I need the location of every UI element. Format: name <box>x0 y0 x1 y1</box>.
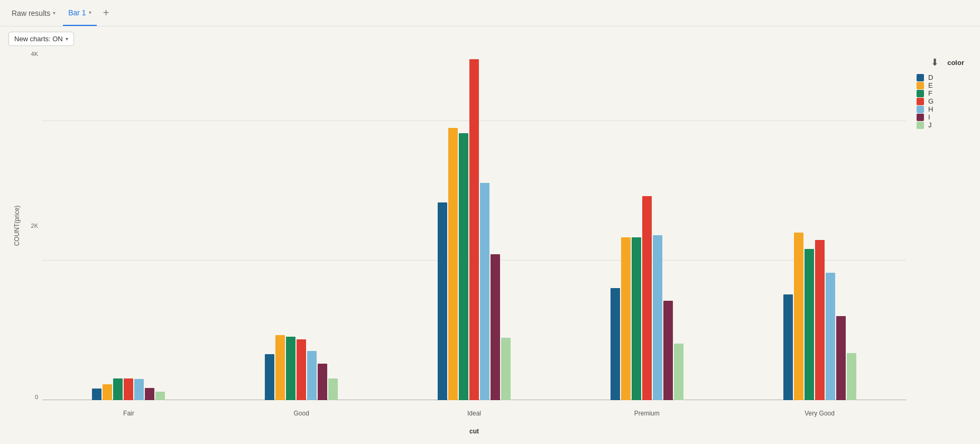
legend-label-G: G <box>928 97 933 105</box>
legend-swatch-G <box>917 98 924 105</box>
bar-fair-G <box>124 378 133 400</box>
bars-row <box>778 51 862 400</box>
group-fair: Fair <box>42 51 215 400</box>
groups: FairGoodIdealPremiumVery Good <box>42 51 906 400</box>
tab-raw-results[interactable]: Raw results ▾ <box>6 0 61 26</box>
bar-very-good-F <box>805 249 814 400</box>
bar-very-good-G <box>815 240 825 400</box>
bar-ideal-H <box>480 183 489 400</box>
legend-items: DEFGHIJ <box>917 73 964 129</box>
bar-premium-J <box>674 344 683 400</box>
bar-very-good-H <box>826 273 835 400</box>
bars-row <box>432 51 516 400</box>
y-label-4k: 4K <box>31 51 38 57</box>
legend-item-F: F <box>917 89 964 97</box>
toolbar: New charts: ON ▾ <box>0 26 980 51</box>
legend-swatch-D <box>917 74 924 81</box>
bar-good-H <box>307 351 317 400</box>
bar-fair-F <box>113 378 123 400</box>
bar-premium-H <box>653 235 662 400</box>
new-charts-label: New charts: ON <box>14 35 63 43</box>
legend-label-H: H <box>928 105 933 113</box>
legend-label-F: F <box>928 89 932 97</box>
tab-raw-results-chevron[interactable]: ▾ <box>53 10 56 16</box>
bar-very-good-D <box>783 294 793 400</box>
bar-fair-D <box>92 388 101 400</box>
bar-fair-J <box>155 392 165 400</box>
bar-ideal-F <box>459 133 468 400</box>
group-label-very-good: Very Good <box>805 410 835 417</box>
bar-good-E <box>275 335 285 400</box>
group-very-good: Very Good <box>733 51 906 400</box>
bar-ideal-J <box>501 338 511 400</box>
chart-main: COUNT(price) 4K 2K 0 FairGoodIdealPremiu… <box>11 51 906 437</box>
legend-item-D: D <box>917 73 964 81</box>
group-label-premium: Premium <box>634 410 660 417</box>
bar-good-F <box>286 337 295 400</box>
bar-ideal-E <box>448 128 458 400</box>
bar-fair-E <box>103 384 112 400</box>
group-label-ideal: Ideal <box>467 410 481 417</box>
legend-swatch-J <box>917 122 924 129</box>
tab-bar1-label: Bar 1 <box>68 8 86 17</box>
bar-very-good-J <box>847 353 856 400</box>
bar-very-good-I <box>836 316 846 400</box>
group-label-fair: Fair <box>123 410 134 417</box>
bar-premium-E <box>621 237 631 400</box>
bars-row <box>87 51 170 400</box>
new-charts-chevron: ▾ <box>66 36 68 42</box>
group-premium: Premium <box>560 51 733 400</box>
bar-ideal-G <box>469 59 479 400</box>
y-label-2k: 2K <box>31 223 38 229</box>
legend-item-I: I <box>917 113 964 121</box>
tab-bar: Raw results ▾ Bar 1 ▾ + <box>0 0 980 26</box>
group-ideal: Ideal <box>388 51 561 400</box>
bar-good-G <box>297 339 306 400</box>
legend-swatch-E <box>917 82 924 89</box>
bar-good-I <box>318 364 327 400</box>
group-label-good: Good <box>294 410 309 417</box>
y-axis: 4K 2K 0 <box>11 51 42 400</box>
legend-item-G: G <box>917 97 964 105</box>
legend-label-D: D <box>928 73 933 81</box>
new-charts-button[interactable]: New charts: ON ▾ <box>8 32 74 46</box>
bars-row <box>260 51 343 400</box>
group-good: Good <box>215 51 388 400</box>
legend-item-H: H <box>917 105 964 113</box>
bar-good-J <box>328 378 338 400</box>
legend-title: color <box>947 59 964 67</box>
tab-raw-results-label: Raw results <box>12 9 50 17</box>
bar-very-good-E <box>794 233 803 400</box>
legend-swatch-I <box>917 114 924 121</box>
tab-bar1-chevron[interactable]: ▾ <box>89 10 91 15</box>
y-label-0: 0 <box>35 394 38 400</box>
bar-premium-I <box>663 301 673 400</box>
tab-add-button[interactable]: + <box>99 6 114 21</box>
legend-item-J: J <box>917 121 964 129</box>
bars-row <box>605 51 689 400</box>
bar-premium-F <box>632 237 641 400</box>
tab-bar1[interactable]: Bar 1 ▾ <box>63 0 96 26</box>
bar-premium-D <box>611 288 620 400</box>
bar-fair-I <box>145 388 154 400</box>
bar-premium-G <box>642 196 652 400</box>
legend-label-I: I <box>928 113 930 121</box>
chart-inner: COUNT(price) 4K 2K 0 FairGoodIdealPremiu… <box>11 51 906 427</box>
x-axis-title: cut <box>11 428 906 435</box>
bar-fair-H <box>134 379 144 400</box>
legend-swatch-H <box>917 106 924 113</box>
legend-label-E: E <box>928 81 933 89</box>
legend: ⬇ color DEFGHIJ <box>906 51 969 437</box>
bar-ideal-I <box>491 254 500 400</box>
bar-ideal-D <box>438 202 447 400</box>
chart-container: COUNT(price) 4K 2K 0 FairGoodIdealPremiu… <box>0 51 980 442</box>
legend-label-J: J <box>928 121 932 129</box>
legend-swatch-F <box>917 90 924 97</box>
bar-good-D <box>265 354 274 400</box>
legend-item-E: E <box>917 81 964 89</box>
download-icon[interactable]: ⬇ <box>931 57 939 68</box>
legend-header: ⬇ color <box>917 57 964 68</box>
